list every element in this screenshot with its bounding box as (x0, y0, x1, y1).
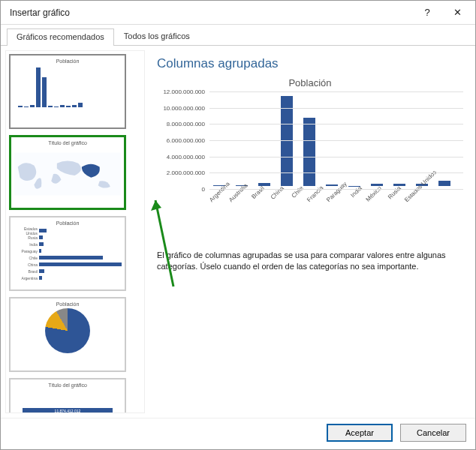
thumb-title: Título del gráfico (14, 382, 122, 388)
window-title: Insertar gráfico (10, 8, 70, 18)
dialog-footer: Aceptar Cancelar (1, 418, 475, 446)
cancel-button[interactable]: Cancelar (400, 424, 466, 442)
chart-title: Población (157, 77, 463, 88)
thumb-title: Título del gráfico (14, 140, 121, 146)
bar (393, 184, 405, 186)
tabs-bar: Gráficos recomendados Todos los gráficos (1, 25, 475, 46)
thumb-map[interactable]: Título del gráfico (9, 135, 126, 210)
bar (438, 181, 450, 186)
ok-button[interactable]: Aceptar (327, 424, 393, 442)
y-tick: 10.000.000.000 (163, 104, 205, 111)
preview-panel: Columnas agrupadas Población 12.000.000.… (149, 50, 471, 413)
tab-all-charts[interactable]: Todos los gráficos (114, 28, 200, 45)
thumbnail-list: Población Título del gráfico (5, 50, 145, 413)
close-button[interactable]: ✕ (445, 2, 469, 23)
titlebar: Insertar gráfico ? ✕ (1, 1, 475, 25)
bar (326, 184, 338, 186)
chart-type-title: Columnas agrupadas (157, 56, 463, 71)
thumb-clustered-column[interactable]: Población (9, 54, 126, 129)
bar (303, 118, 315, 186)
thumb-funnel[interactable]: Título del gráfico 11.874.412.012 8.510.… (9, 378, 126, 413)
thumb-title: Población (14, 58, 122, 64)
thumb-bar-horizontal[interactable]: Población Estados Unidos Rusia India Par… (9, 216, 126, 291)
tab-recommended[interactable]: Gráficos recomendados (7, 28, 114, 46)
y-tick: 4.000.000.000 (167, 153, 205, 160)
y-tick: 8.000.000.000 (167, 121, 205, 128)
y-tick: 12.000.000.000 (163, 88, 205, 95)
help-button[interactable]: ? (415, 2, 439, 23)
chart-description: El gráfico de columnas agrupadas se usa … (157, 250, 463, 273)
chart-preview: Población 12.000.000.00010.000.000.0008.… (157, 77, 463, 235)
y-tick: 6.000.000.000 (167, 137, 205, 144)
thumb-pie[interactable]: Población (9, 297, 126, 372)
world-map-icon (14, 147, 121, 201)
y-tick: 0 (202, 186, 205, 193)
thumb-title: Población (14, 220, 122, 226)
pie-icon (45, 308, 90, 353)
thumb-title: Población (14, 302, 122, 307)
y-tick: 2.000.000.000 (167, 170, 205, 176)
